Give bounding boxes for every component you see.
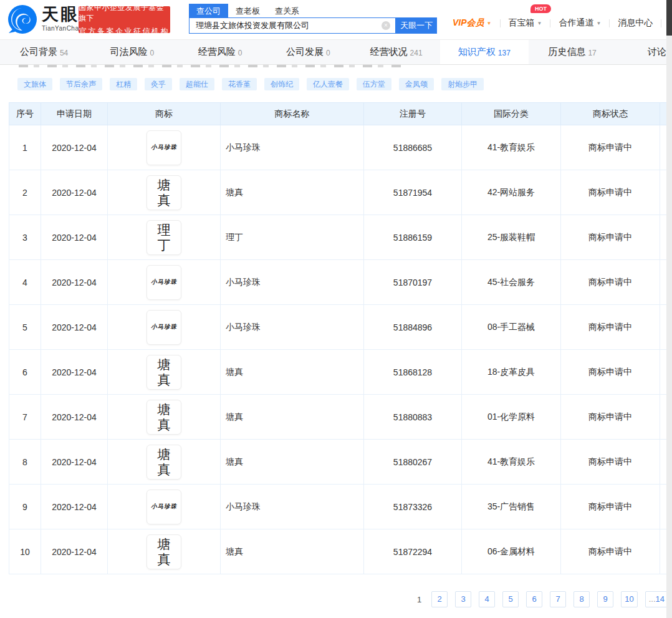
trademark-filter-tag-8[interactable]: 亿人壹餐 [307,78,349,90]
pagination-page-ellipsis-14[interactable]: ...14 [645,591,668,607]
trademark-filter-tag-6[interactable]: 花香堇 [222,78,257,90]
intl-class-cell: 41-教育娱乐 [462,125,561,170]
main-tab-8[interactable]: 讨论1 [617,40,672,64]
trademark-image-cell: 理丁 [108,215,221,260]
search-type-tab-2[interactable]: 查老板 [228,4,267,17]
apply-date-cell: 2020-12-04 [41,125,108,170]
trademark-image-text: 小马珍珠 [151,323,177,331]
scrollbar-thumb[interactable] [666,0,672,36]
chevron-down-icon: ▼ [487,21,492,26]
main-tab-3[interactable]: 经营风险0 [176,40,264,64]
tab-count: 0 [150,49,155,57]
pagination-page-9[interactable]: 9 [597,591,613,607]
page-header: 天眼查 TianYanCha.com 国家中小企业发展子基金旗下 官方备案企业征… [0,0,672,39]
trademark-image[interactable]: 小马珍珠 [146,265,181,300]
table-row: 82020-12-04塘真塘真5188026741-教育娱乐商标申请中 [9,440,668,485]
top-right-nav: VIP会员▼ 百宝箱▼ 合作通道▼ 消息中心 又又 [453,17,672,29]
trademark-filter-tag-11[interactable]: 射炮步甲 [441,78,484,90]
status-cell: 商标申请中 [561,485,660,529]
main-tab-7[interactable]: 历史信息17 [529,40,617,64]
column-header: 商标状态 [561,103,660,125]
apply-date-cell: 2020-12-04 [41,305,108,350]
pagination: 12345678910...14 [9,591,668,607]
trademark-name-cell: 塘真 [221,170,364,215]
registration-number-cell: 51870197 [364,260,462,305]
tab-count: 17 [588,49,596,57]
trademark-filter-tag-7[interactable]: 创饰纪 [264,78,299,90]
pagination-current-page: 1 [415,595,424,604]
main-tab-4[interactable]: 公司发展0 [264,40,352,64]
trademark-name-cell: 小马珍珠 [221,305,364,350]
pagination-page-10[interactable]: 10 [621,591,637,607]
trademark-image[interactable]: 塘真 [146,175,181,210]
trademark-image-cell: 小马珍珠 [108,485,221,529]
column-header: 商标 [108,103,221,125]
row-number-cell: 9 [9,485,41,529]
search-input[interactable] [190,18,395,33]
main-tab-5[interactable]: 经营状况241 [352,40,440,64]
trademark-filter-tag-9[interactable]: 伍方堂 [357,78,391,90]
status-cell: 商标申请中 [561,260,660,305]
trademark-image[interactable]: 小马珍珠 [146,490,181,524]
pagination-page-3[interactable]: 3 [455,591,471,607]
trademark-image[interactable]: 小马珍珠 [146,130,181,165]
trademark-filter-tag-5[interactable]: 超能仕 [180,78,214,90]
hot-badge: HOT [530,4,551,13]
table-row: 72020-12-04塘真塘真5188088301-化学原料商标申请中 [9,395,668,440]
vip-member-link[interactable]: VIP会员▼ [453,17,492,29]
column-header: 国际分类 [462,103,561,125]
tab-label: 经营风险 [198,46,236,58]
trademark-filter-tag-1[interactable]: 文旅体 [17,78,52,90]
pagination-page-7[interactable]: 7 [550,591,566,607]
registration-number-cell: 51886685 [364,125,462,170]
trademark-image[interactable]: 塘真 [146,355,181,390]
trademark-image-text: 塘 [158,537,171,552]
pagination-page-5[interactable]: 5 [502,591,519,607]
table-row: 42020-12-04小马珍珠小马珍珠5187019745-社会服务商标申请中 [9,260,668,305]
trademark-name-cell: 小马珍珠 [221,260,364,305]
tab-label: 讨论 [648,46,666,58]
trademark-filter-tags: 文旅体节后余声杠精灸乎超能仕花香堇创饰纪亿人壹餐伍方堂金凤颂射炮步甲 [17,78,484,90]
trademark-image-text: 真 [158,552,171,567]
search-type-tab-3[interactable]: 查关系 [267,4,307,17]
trademark-image[interactable]: 塘真 [146,534,181,569]
table-row: 102020-12-04塘真塘真5187229406-金属材料商标申请中 [9,529,668,574]
table-row: 12020-12-04小马珍珠小马珍珠5188668541-教育娱乐商标申请中 [9,125,668,170]
trademark-filter-tag-3[interactable]: 杠精 [110,78,137,90]
pagination-page-4[interactable]: 4 [479,591,495,607]
tab-label: 经营状况 [370,46,408,58]
intl-class-cell: 42-网站服务 [462,170,561,215]
pagination-page-8[interactable]: 8 [574,591,590,607]
search-type-tab-1[interactable]: 查公司 [189,4,228,17]
trademark-image-cell: 塘真 [108,170,221,215]
apply-date-cell: 2020-12-04 [41,350,108,395]
main-tab-6[interactable]: 知识产权137 [440,40,528,64]
main-tab-1[interactable]: 公司背景54 [0,40,88,64]
pagination-page-6[interactable]: 6 [526,591,542,607]
row-number-cell: 8 [9,440,41,485]
trademark-name-cell: 塘真 [221,395,364,440]
search-button[interactable]: 天眼一下 [396,17,437,34]
clear-icon[interactable]: × [382,21,390,30]
cooperation-menu[interactable]: 合作通道▼ [559,17,601,29]
trademark-image-cell: 塘真 [108,395,221,440]
table-row: 32020-12-04理丁理丁5188615925-服装鞋帽商标申请中 [9,215,668,260]
trademark-image[interactable]: 小马珍珠 [146,310,181,345]
tab-label: 公司发展 [286,46,324,58]
main-tab-2[interactable]: 司法风险0 [88,40,176,64]
company-section-tabbar: 公司背景54司法风险0经营风险0公司发展0经营状况241知识产权137历史信息1… [0,39,672,65]
trademark-image[interactable]: 塘真 [146,445,181,480]
trademark-filter-tag-10[interactable]: 金凤颂 [399,78,434,90]
trademark-image[interactable]: 塘真 [146,400,181,435]
trademark-image[interactable]: 理丁 [146,220,181,255]
trademark-image-text: 小马珍珠 [151,503,177,511]
trademark-image-text: 塘 [158,402,171,417]
table-row: 92020-12-04小马珍珠小马珍珠5187332635-广告销售商标申请中 [9,485,668,529]
pagination-page-2[interactable]: 2 [431,591,448,607]
trademark-image-text: 丁 [158,238,171,253]
toolbox-menu[interactable]: 百宝箱▼ [509,17,542,29]
trademark-filter-tag-4[interactable]: 灸乎 [145,78,172,90]
trademark-filter-tag-2[interactable]: 节后余声 [60,78,102,90]
vertical-scrollbar[interactable] [666,0,672,618]
message-center-link[interactable]: 消息中心 [618,17,653,29]
